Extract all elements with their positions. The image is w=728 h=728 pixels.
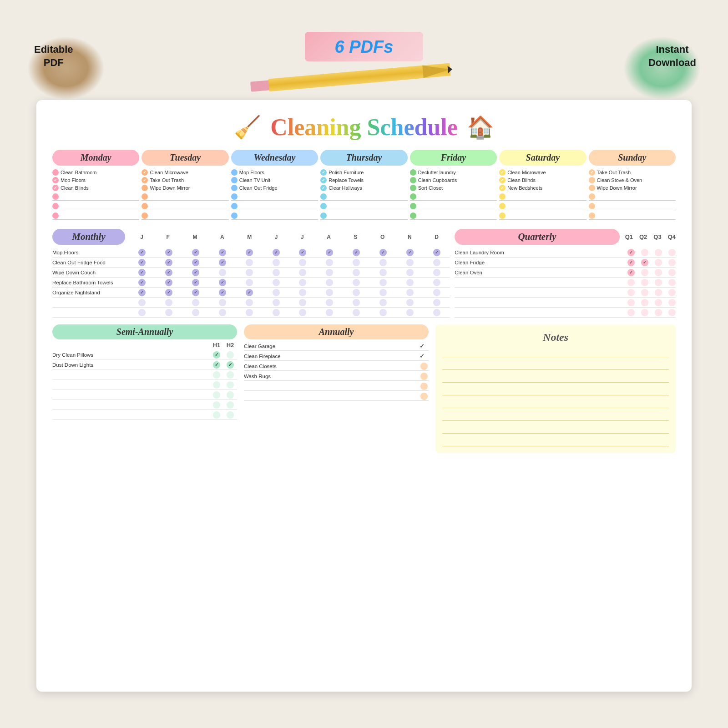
quarterly-check-dot (655, 269, 662, 276)
notes-line (442, 361, 669, 370)
task-blank-line (52, 192, 139, 201)
monthly-row: Wipe Down Couch (52, 268, 450, 278)
task-label: Clear Hallways (329, 185, 362, 191)
monthly-check-dot (219, 269, 226, 276)
task-dot: ✓ (320, 169, 327, 176)
monthly-check-dot (379, 269, 387, 276)
task-label: Mop Floors (61, 177, 86, 183)
quarterly-check-dot (627, 279, 635, 286)
monthly-check-dot (433, 269, 440, 276)
annually-rows: Clear Garage✓Clean Fireplace✓Clean Close… (244, 342, 429, 401)
task-dot: ✓ (142, 177, 148, 183)
monthly-check-dot (246, 309, 253, 316)
quarterly-check-dot (668, 259, 676, 266)
task-label: Replace Towels (329, 177, 364, 183)
monthly-check-dot (326, 259, 333, 266)
semi-h1-dot (213, 391, 220, 399)
monthly-check-dot (299, 299, 306, 306)
task-dot-empty (589, 203, 595, 209)
semi-task-name: Dry Clean Pillows (52, 352, 210, 358)
quarterly-check-dot (668, 269, 676, 276)
quarter-label: Q2 (639, 233, 647, 240)
quarterly-checks (623, 249, 676, 256)
task-blank-line (499, 192, 586, 201)
task-label: Clean Stove & Oven (597, 177, 642, 183)
monthly-check-dot (138, 309, 146, 316)
monthly-check-dot (353, 289, 360, 296)
day-header-monday: Monday (52, 150, 139, 166)
monthly-check-dot (299, 249, 306, 256)
task-item: ✓Clean Blinds (52, 185, 139, 191)
quarterly-checks (623, 279, 676, 286)
task-blank-line (52, 202, 139, 210)
task-item: Sort Closet (410, 185, 497, 191)
broom-icon: 🧹 (234, 115, 261, 140)
task-dot-empty (499, 193, 506, 200)
monthly-check-dot (406, 279, 414, 286)
task-label: Clean Microwave (150, 170, 188, 175)
notes-line (442, 437, 669, 446)
monthly-title: Monthly (52, 229, 125, 245)
monthly-months: JFMAMJJASOND (125, 234, 450, 240)
notes-section: Notes (435, 324, 676, 453)
monthly-check-dot (379, 289, 387, 296)
monthly-check-dot (219, 299, 226, 306)
monthly-check-dot (299, 309, 306, 316)
monthly-check-dot (273, 259, 280, 266)
task-label: Declutter laundry (418, 170, 456, 175)
monthly-rows: Mop FloorsClean Out Fridge FoodWipe Down… (52, 248, 450, 318)
quarterly-check-dot (668, 309, 676, 316)
task-dot: ✓ (142, 169, 148, 176)
monthly-check-dot (299, 269, 306, 276)
annually-check (420, 393, 428, 400)
semi-h2-dot (227, 401, 234, 409)
task-dot: ✓ (320, 185, 327, 191)
annually-task-name: Clean Fireplace (244, 354, 420, 359)
monthly-checks (125, 249, 450, 256)
quarterly-check-dot (627, 259, 635, 266)
task-item: ✓New Bedsheets (499, 185, 586, 191)
semi-rows: Dry Clean PillowsDust Down Lights (52, 350, 237, 420)
semi-row: Dust Down Lights (52, 360, 237, 369)
monthly-check-dot (406, 309, 414, 316)
task-dot-empty (142, 212, 148, 219)
monthly-check-dot (353, 259, 360, 266)
monthly-row: Mop Floors (52, 248, 450, 258)
task-dot (52, 169, 59, 176)
title-area: 🧹 Cleaning Schedule 🏠 (52, 114, 676, 141)
monthly-checks (125, 289, 450, 296)
task-blank-line (320, 192, 407, 201)
monthly-task-name: Mop Floors (52, 250, 125, 255)
task-label: Clean Bathroom (61, 170, 97, 175)
monthly-check-dot (353, 249, 360, 256)
monthly-check-dot (353, 279, 360, 286)
monthly-quarterly-row: Monthly JFMAMJJASOND Mop FloorsClean Out… (52, 229, 676, 318)
semi-annually-section: Semi-Annually H1 H2 Dry Clean PillowsDus… (52, 324, 237, 453)
task-column-friday: Declutter laundryClean CupboardsSort Clo… (410, 169, 497, 220)
semi-h2-dot (227, 381, 234, 389)
task-dot-empty (320, 203, 327, 209)
annually-row (244, 392, 429, 401)
monthly-check-dot (353, 309, 360, 316)
task-dot (231, 185, 238, 191)
task-dot-empty (320, 193, 327, 200)
main-card: 🧹 Cleaning Schedule 🏠 MondayTuesdayWedne… (36, 100, 692, 692)
task-label: Sort Closet (418, 185, 443, 191)
semi-h1-dot (213, 361, 220, 369)
quarterly-row: Clean Laundry Room (455, 248, 676, 258)
task-item: ✓Take Out Trash (589, 169, 676, 176)
semi-row (52, 390, 237, 399)
task-dot (589, 185, 595, 191)
month-label: D (435, 234, 439, 240)
quarterly-check-dot (655, 279, 662, 286)
quarterly-row (455, 288, 676, 298)
monthly-check-dot (406, 269, 414, 276)
day-header-tuesday: Tuesday (142, 150, 228, 166)
pencil-body (268, 63, 451, 91)
task-dot-empty (499, 212, 506, 219)
task-label: Polish Furniture (329, 170, 364, 175)
monthly-check-dot (273, 299, 280, 306)
annually-check: ✓ (420, 343, 429, 349)
monthly-check-dot (192, 269, 199, 276)
task-dot-empty (410, 203, 416, 209)
